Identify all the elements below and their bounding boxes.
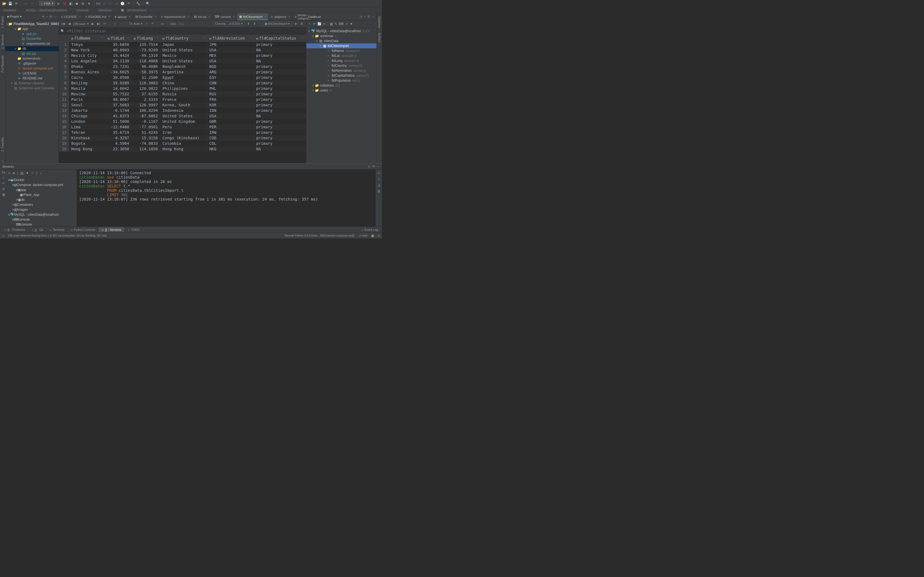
attach-icon[interactable]: ⧉ bbox=[81, 1, 86, 6]
table-row[interactable]: 16Lima-12.0480-77.0501PeruPERprimary bbox=[59, 124, 306, 130]
project-tree-item[interactable]: v📁app bbox=[5, 26, 58, 31]
table-row[interactable]: 10Moscow55.752237.6155RussiaRUSprimary bbox=[59, 91, 306, 97]
prev-row-icon[interactable]: ◀ bbox=[67, 22, 71, 26]
services-tree-item[interactable]: >▣db bbox=[7, 197, 77, 202]
svc-collapse-icon[interactable]: ≢ bbox=[12, 171, 15, 176]
close-tab-icon[interactable]: × bbox=[155, 15, 156, 18]
table-settings-icon[interactable]: ⚙ bbox=[299, 22, 304, 26]
table-row[interactable]: 17Tehran35.671951.4243IranIRNprimary bbox=[59, 130, 306, 135]
breadcrumb-item[interactable]: tblCitiesImport bbox=[126, 8, 147, 12]
memory-icon[interactable]: ⊡ bbox=[378, 234, 380, 237]
data-grid[interactable]: ▦fldName÷▦fldLat÷▦fldLong÷▦fldCountry÷▦f… bbox=[59, 35, 306, 163]
svc-expand-icon[interactable]: ≡ bbox=[8, 171, 10, 176]
tool-window-tab[interactable]: ☼ Terminal bbox=[47, 227, 67, 232]
db-nav-icon[interactable]: ↗ bbox=[345, 22, 348, 26]
tool-window-tab[interactable]: ☼ TODO bbox=[124, 227, 142, 232]
db-gear-icon[interactable]: ⚙ bbox=[367, 15, 370, 18]
column-header[interactable]: ▦fldLat÷ bbox=[105, 35, 131, 42]
clone-row-icon[interactable]: ▭ bbox=[160, 22, 165, 26]
console-print-icon[interactable]: 🖨 bbox=[377, 183, 381, 187]
status-icon[interactable]: ▭ bbox=[2, 234, 5, 237]
stop-icon[interactable]: ■ bbox=[87, 1, 92, 6]
git-push-icon[interactable]: ↗ bbox=[114, 1, 119, 6]
row-count-dropdown-icon[interactable]: ▾ bbox=[87, 22, 89, 26]
project-collapse-icon[interactable]: ÷ bbox=[46, 15, 48, 18]
open-icon[interactable]: 📂 bbox=[2, 1, 6, 6]
back-icon[interactable]: ← bbox=[23, 1, 28, 6]
table-row[interactable]: 6Buenos Aires-34.6025-58.3975ArgentinaAR… bbox=[59, 69, 306, 75]
project-tool-tab[interactable]: 1: Project bbox=[0, 14, 5, 30]
event-log-tab[interactable]: ☼ Event Log bbox=[358, 227, 381, 232]
console-wrap-icon[interactable]: ↩ bbox=[378, 171, 380, 175]
run-config-selector[interactable]: ●FWA▾ bbox=[39, 1, 55, 6]
console-scroll-icon[interactable]: ⤓ bbox=[378, 177, 380, 181]
ide-settings-icon[interactable]: 🔧 bbox=[136, 1, 141, 6]
breadcrumb-item[interactable]: citiesData bbox=[97, 8, 113, 12]
project-tree-item[interactable]: ≡LICENSE bbox=[5, 71, 58, 76]
close-tab-icon[interactable]: × bbox=[289, 15, 290, 18]
table-selector[interactable]: ▦ tblCitiesImport ▾ bbox=[263, 21, 292, 26]
database-tree-item[interactable]: ▫fldAbreviationvarchar(3) bbox=[306, 68, 376, 73]
svc-bookmark-icon[interactable]: ⚐ bbox=[31, 171, 34, 176]
database-tree-item[interactable]: v📁schemas1 bbox=[306, 34, 376, 39]
project-tree-item[interactable]: >▧External Libraries bbox=[5, 81, 58, 86]
tx-icon[interactable]: Tx̶ bbox=[2, 171, 5, 174]
services-tree-item[interactable]: v🐬MySQL - citiesData@localhost bbox=[7, 212, 77, 217]
db-stop-icon[interactable]: ■ bbox=[323, 22, 325, 26]
export-download-icon[interactable]: ⬇ bbox=[246, 22, 251, 26]
services-rollback-icon[interactable]: ↶ bbox=[2, 182, 5, 185]
table-row[interactable]: 19Bogota4.5964-74.0833ColombiaCOLprimary bbox=[59, 141, 306, 146]
star-icon[interactable]: ☆ bbox=[2, 160, 4, 163]
services-tree-item[interactable]: v▣app bbox=[7, 187, 77, 192]
git-update-icon[interactable]: ↙ bbox=[102, 1, 107, 6]
filter-input[interactable] bbox=[67, 29, 304, 33]
close-tab-icon[interactable]: × bbox=[79, 15, 81, 18]
svc-filter-icon[interactable]: ▼ bbox=[26, 171, 29, 176]
table-row[interactable]: 11Paris48.86672.3333FranceFRAprimary bbox=[59, 97, 306, 102]
favorites-tool-tab[interactable]: 2: Favorites bbox=[0, 135, 5, 153]
editor-tab[interactable]: ≡.gitignore× bbox=[269, 13, 292, 20]
services-tree-item[interactable]: ▣/Flask_App bbox=[7, 192, 77, 197]
run-icon[interactable]: ▶ bbox=[57, 1, 61, 6]
project-settings-icon[interactable]: ⊕ bbox=[42, 15, 45, 18]
close-tab-icon[interactable]: × bbox=[188, 15, 189, 18]
editor-tab[interactable]: ⌨console× bbox=[213, 13, 237, 20]
commit-icon[interactable]: ✓ bbox=[144, 22, 149, 26]
editor-tab[interactable]: ▤Dockerfile× bbox=[133, 13, 159, 20]
column-header[interactable]: ▦fldAbreviation÷ bbox=[207, 35, 254, 42]
svc-group-icon[interactable]: ▥ bbox=[20, 171, 23, 176]
table-row[interactable]: 13Jakarta-6.1744106.8294IndonesiaIDNprim… bbox=[59, 108, 306, 113]
save-icon[interactable]: 💾 bbox=[8, 1, 13, 6]
editor-tab[interactable]: ▦tblCitiesImport× bbox=[237, 13, 269, 20]
pull-requests-tool-tab[interactable]: Pull Requests bbox=[0, 53, 5, 75]
database-tree-item[interactable]: v🐬MySQL - citiesData@localhost1 of 5 bbox=[306, 29, 376, 34]
services-cancel-icon[interactable]: ⊘ bbox=[2, 187, 5, 191]
reload-icon[interactable]: ⟳ bbox=[103, 22, 107, 26]
table-row[interactable]: 8Beijing39.9289116.3883ChinaCHNprimary bbox=[59, 80, 306, 86]
close-tab-icon[interactable]: × bbox=[265, 15, 267, 18]
next-row-icon[interactable]: ▶ bbox=[90, 22, 95, 26]
tool-window-tab[interactable]: ☼ Python Console bbox=[68, 227, 98, 232]
project-tree-item[interactable]: ▤init.sql bbox=[5, 51, 58, 56]
ddl-button[interactable]: DDL bbox=[171, 22, 176, 26]
export-format-selector[interactable]: Comma-…d (CSV) ▾ bbox=[213, 21, 244, 26]
table-row[interactable]: 15London51.5000-0.1167United KingdomGBRp… bbox=[59, 119, 306, 124]
column-header[interactable]: ▦fldName÷ bbox=[69, 35, 106, 42]
table-row[interactable]: 18Kinshasa-4.329715.3150Congo (Kinshasa)… bbox=[59, 135, 306, 141]
editor-tab[interactable]: ●app.py× bbox=[113, 13, 133, 20]
db-add-icon[interactable]: ＋ bbox=[308, 21, 311, 26]
add-row-icon[interactable]: ＋ bbox=[113, 22, 117, 26]
tx-mode[interactable]: Tx: Auto ▾ bbox=[129, 22, 142, 26]
services-tree-item[interactable]: >▥Images bbox=[7, 207, 77, 212]
table-row[interactable]: 5Dhaka23.723190.4086BangladeshBGDprimary bbox=[59, 64, 306, 69]
table-row[interactable]: 1Tokyo35.6850139.7514JapanJPNprimary bbox=[59, 42, 306, 48]
services-target-icon[interactable]: ◎ bbox=[368, 164, 371, 168]
db-split-icon[interactable]: ÷ bbox=[364, 15, 366, 18]
services-tree-item[interactable]: >▥Containers bbox=[7, 202, 77, 207]
table-row[interactable]: 9Manila14.6042120.9822PhilippinesPHLprim… bbox=[59, 86, 306, 91]
last-row-icon[interactable]: ▶| bbox=[97, 22, 101, 26]
view-eye-icon[interactable]: 👁 bbox=[293, 22, 298, 26]
database-tree-item[interactable]: ▫fldLatdecimal(6,4) bbox=[306, 53, 376, 58]
table-row[interactable]: 2New York40.6943-73.9249United StatesUSA… bbox=[59, 47, 306, 53]
database-tree-item[interactable]: v▦tblCitiesImport bbox=[306, 44, 376, 48]
